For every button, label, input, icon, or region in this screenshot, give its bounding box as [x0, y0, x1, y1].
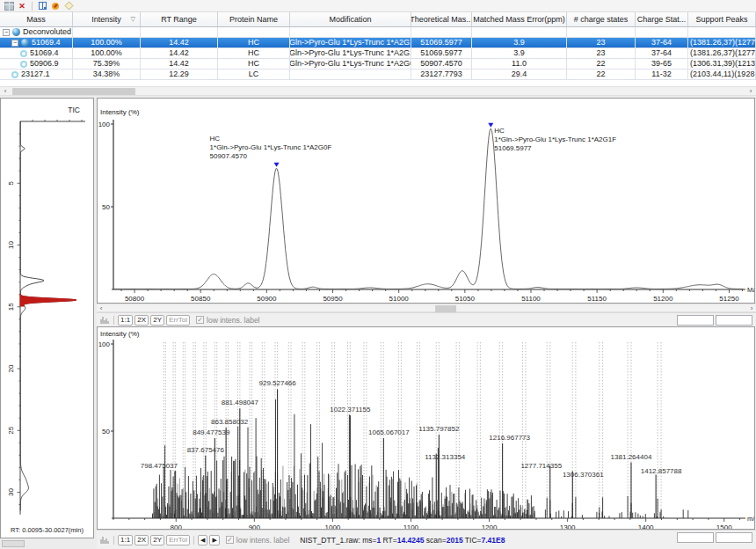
svg-text:50850: 50850 [191, 295, 211, 303]
table-cell: 34.38% [73, 70, 141, 80]
save-icon[interactable] [37, 1, 47, 11]
svg-text:TIC: TIC [68, 106, 80, 114]
table-cell: LC [218, 70, 290, 80]
svg-text:881.498047: 881.498047 [222, 399, 259, 406]
scroll-right-icon[interactable]: › [745, 87, 756, 95]
delete-icon[interactable]: ✕ [17, 1, 27, 11]
raw-spectrum-plot[interactable]: Intensity (%)10050798.475037837.67547684… [98, 327, 754, 529]
tag-icon[interactable] [63, 1, 74, 11]
errtol-button[interactable]: ErrTol [166, 535, 190, 545]
table-row[interactable]: −51069.4100.00%14.42HC1*Gln->Pyro-Glu 1*… [0, 38, 756, 48]
table-cell: 22 [567, 59, 636, 70]
column-header-5[interactable]: Theoretical Mas... [411, 12, 472, 27]
column-header-0[interactable]: Mass [0, 12, 73, 27]
table-cell [290, 70, 411, 80]
svg-text:1300: 1300 [560, 523, 576, 529]
column-header-4[interactable]: Modification [290, 12, 411, 27]
column-header-1[interactable]: Intensity▽ [73, 12, 141, 27]
scroll-thumb[interactable] [12, 88, 135, 95]
table-cell: 100.00% [73, 48, 141, 59]
scroll-left-icon[interactable]: ‹ [97, 304, 105, 311]
svg-text:1*Gln->Pyro-Glu 1*Lys-Trunc 1*: 1*Gln->Pyro-Glu 1*Lys-Trunc 1*A2G0F [210, 143, 332, 151]
svg-text:5: 5 [7, 180, 15, 185]
scroll-thumb[interactable] [435, 305, 456, 312]
flame-icon[interactable] [50, 1, 61, 11]
tree-expander[interactable]: − [3, 29, 10, 36]
globe-icon [12, 28, 20, 36]
table-cell: HC [218, 38, 290, 48]
svg-text:Intensity (%): Intensity (%) [100, 108, 140, 116]
column-header-8[interactable]: Charge Stat... [636, 12, 688, 27]
svg-text:1065.067017: 1065.067017 [368, 428, 410, 436]
svg-text:1000: 1000 [324, 523, 340, 529]
svg-text:15: 15 [7, 303, 15, 311]
table-cell: 14.42 [141, 48, 218, 59]
svg-text:50907.4570: 50907.4570 [210, 152, 248, 160]
zoom-2x-button[interactable]: 2X [134, 315, 149, 326]
svg-text:51150: 51150 [587, 295, 607, 303]
table-cell: 23127.7793 [411, 70, 472, 80]
tic-plot[interactable]: TIC51015202530 [1, 99, 93, 525]
spectrum-icon [99, 535, 110, 545]
svg-text:1277.714355: 1277.714355 [520, 462, 562, 470]
raw-spectrum-panel[interactable]: Intensity (%)10050798.475037837.67547684… [97, 326, 755, 530]
prev-scan-button[interactable]: ◀ [198, 535, 207, 545]
table-hscrollbar[interactable]: ‹ › [0, 86, 756, 96]
table-cell: (1306.31,39)(1213.05, [688, 59, 756, 70]
svg-text:51050: 51050 [455, 295, 476, 303]
table-row[interactable]: 50906.975.39%14.42HC1*Gln->Pyro-Glu 1*Ly… [0, 59, 756, 70]
zoom-2x-button[interactable]: 2X [134, 535, 149, 545]
table-cell: 22 [567, 70, 636, 80]
zoom-1to1-button[interactable]: 1:1 [118, 315, 133, 326]
column-header-3[interactable]: Protein Name [218, 12, 290, 27]
errtol-button[interactable]: ErrTol [166, 315, 190, 326]
spec-input-1[interactable] [677, 315, 714, 326]
grid-icon[interactable] [4, 1, 14, 11]
svg-text:1200: 1200 [482, 523, 498, 529]
column-header-2[interactable]: RT Range [141, 12, 218, 27]
low-intens-label: low intens. label [236, 536, 289, 545]
svg-text:51069.5977: 51069.5977 [494, 144, 532, 152]
deconvoluted-spectrum-plot[interactable]: Intensity (%)100505080050850509005095051… [98, 99, 754, 303]
table-cell [411, 27, 472, 38]
low-intens-checkbox[interactable]: ✓ [226, 536, 234, 544]
table-row[interactable]: −Deconvoluted S... [0, 27, 756, 38]
svg-text:m/z: m/z [747, 515, 754, 523]
table-cell [567, 27, 636, 38]
column-header-7[interactable]: # charge states [567, 12, 636, 27]
table-cell: 3.9 [472, 48, 567, 59]
scroll-left-icon[interactable]: ‹ [0, 87, 11, 95]
column-header-6[interactable]: Matched Mass Error(ppm) [472, 12, 567, 27]
table-row[interactable]: 51069.4100.00%14.42HC1*Gln->Pyro-Glu 1*L… [0, 48, 756, 59]
table-row[interactable]: 23127.134.38%12.29LC23127.779329.42211-3… [0, 70, 756, 80]
deconvoluted-spectrum-panel[interactable]: Intensity (%)100505080050850509005095051… [97, 98, 755, 304]
zoom-2y-button[interactable]: 2Y [150, 315, 164, 326]
tree-expander[interactable]: − [11, 40, 18, 47]
spectrum-hscrollbar[interactable]: ‹ › [97, 304, 756, 312]
table-cell: 11-32 [636, 70, 688, 80]
low-intens-checkbox[interactable]: ✓ [196, 316, 204, 324]
table-cell: 100.00% [73, 38, 141, 48]
table-cell: 50907.4570 [411, 59, 472, 70]
spec-input-2[interactable] [716, 532, 752, 543]
table-cell: 3.9 [472, 38, 567, 48]
spec-input-2[interactable] [716, 315, 752, 326]
table-cell: 37-64 [636, 48, 688, 59]
svg-text:Mass: Mass [747, 286, 754, 294]
zoom-2y-button[interactable]: 2Y [150, 535, 164, 545]
column-header-9[interactable]: Support Peaks [688, 12, 756, 27]
table-cell: 51069.5977 [411, 48, 472, 59]
svg-text:50900: 50900 [257, 295, 277, 303]
tic-chromatogram-panel[interactable]: TIC51015202530 RT: 0.0095-30.0027(min) [0, 98, 94, 538]
svg-text:30: 30 [7, 488, 15, 496]
svg-text:1*Gln->Pyro-Glu 1*Lys-Trunc 1*: 1*Gln->Pyro-Glu 1*Lys-Trunc 1*A2G1F [494, 135, 616, 143]
table-cell: HC [218, 59, 290, 70]
scroll-right-icon[interactable]: › [747, 304, 756, 311]
next-scan-button[interactable]: ▶ [209, 535, 219, 545]
spec-input-1[interactable] [677, 532, 714, 543]
zoom-1to1-button[interactable]: 1:1 [118, 535, 133, 545]
table-cell: 75.39% [73, 59, 141, 70]
svg-text:849.477539: 849.477539 [193, 428, 230, 436]
ring-icon [20, 50, 27, 57]
svg-text:100: 100 [98, 340, 111, 348]
